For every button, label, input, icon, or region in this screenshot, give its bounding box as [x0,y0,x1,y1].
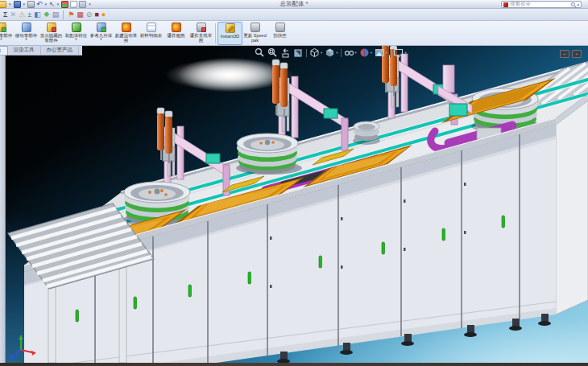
exploded-view-button[interactable]: 爆炸视图 [164,22,188,45]
show-hidden-components-icon [47,23,56,32]
search-placeholder: 搜索命令 [510,1,569,8]
motion-icon[interactable]: ● [101,10,106,19]
instant3d-button[interactable]: Instant3D [217,22,242,45]
take-snapshot-button[interactable]: 拍快照 [267,22,292,45]
commandmanager-tabs: 装配体 渲染工具 办公室产品 [0,46,82,56]
solidworks-logo-icon [503,2,508,7]
circle-slash-icon[interactable]: ⊘ [86,10,93,19]
pneumatic-cylinder[interactable] [165,117,172,154]
machine-3d-model[interactable] [8,46,588,363]
pane-toggle-2-button[interactable]: ▪ [572,50,582,58]
tolerance-icon[interactable]: ± [27,10,31,19]
hide-show-items-icon[interactable]: ▾ [344,47,357,58]
quick-access-toolbar: ▾ ▾ ↶▾ ↖▾ ▾ [0,1,92,8]
update-speedpak-icon [251,23,260,32]
mini-hopper[interactable] [353,121,380,145]
tab-assembly[interactable]: 装配体 [0,46,8,55]
search-dropdown-caret[interactable]: ▾ [577,2,579,7]
routing-icon[interactable]: ❖ [43,10,50,19]
compare-icon[interactable]: ◧ [34,10,41,19]
simulation-icon[interactable]: ■ [94,10,98,19]
move-component-button[interactable]: 移动零部件 ▾ [14,22,39,45]
take-snapshot-icon [275,23,285,32]
explode-line-sketch-icon [197,23,206,32]
explode-line-sketch-button[interactable]: 爆炸直线草图 [188,22,213,45]
headsup-view-toolbar: ▾ ▾ ▾ ▾ ▾ ▾ [255,47,407,58]
pneumatic-cylinder[interactable] [272,65,280,104]
previous-view-icon[interactable] [280,47,291,58]
zoom-to-fit-icon[interactable] [255,47,265,58]
viewport-canvas[interactable] [0,46,588,363]
insert-component-button[interactable]: 插入零部件 ▾ [0,22,14,45]
open-document-icon[interactable] [0,1,6,8]
undo-icon[interactable]: ↶ [36,1,43,8]
tab-render-tools[interactable]: 渲染工具 [8,46,41,55]
edrawings-icon[interactable]: ⚑ [68,10,74,19]
select-cursor-icon[interactable]: ↖ [49,1,55,8]
assembly-features-icon [72,23,81,32]
edit-appearance-icon[interactable]: ▾ [359,47,372,58]
apply-scene-icon[interactable]: ▾ [375,47,387,58]
pneumatic-cylinder[interactable] [280,68,288,107]
pneumatic-cylinder[interactable] [157,113,164,150]
graphics-viewport[interactable]: 装配体 渲染工具 办公室产品 ▾ ▾ ▾ ▾ [0,46,588,363]
magnifier-icon[interactable] [571,2,575,6]
display-monitor-icon[interactable]: ▤ [52,10,60,19]
interference-check-icon[interactable]: ✕ [10,10,17,19]
view-settings-icon[interactable]: ▾ [393,47,406,58]
print-icon[interactable] [27,1,35,8]
bill-of-materials-icon [147,23,156,32]
options-icon[interactable] [79,1,86,8]
section-view-icon[interactable] [293,47,304,58]
exploded-view-icon [172,23,181,32]
status-bar [0,363,588,366]
reference-geometry-icon [97,23,106,32]
photoview-icon[interactable]: ▦ [77,10,84,19]
solidworks-window: ▾ ▾ ↶▾ ↖▾ ▾ 总装配体 * 搜索命令 ▾ Σ ✕ ⚠ ± ◧ ❖ ▤ … [0,0,588,366]
insert-component-icon [0,23,6,32]
view-orientation-icon[interactable]: ▾ [309,47,322,58]
addin-toolbar: Σ ✕ ⚠ ± ◧ ❖ ▤ ⚑ ▦ ⊘ ■ ● [0,9,588,21]
move-component-icon [22,23,31,32]
new-motion-study-button[interactable]: 新建运动算例 [114,22,139,45]
bowl-feeder-2[interactable] [236,134,302,175]
search-box[interactable]: 搜索命令 ▾ [501,1,582,8]
save-icon[interactable] [14,1,21,8]
reference-geometry-button[interactable]: 参考几何体 ▾ [89,22,114,45]
bill-of-materials-button[interactable]: 材料明细表 [139,22,164,45]
command-manager: 插入零部件 ▾ 移动零部件 ▾ 显示隐藏的零部件 装配体特征 ▾ 参考几何体 ▾… [0,21,588,46]
display-style-icon[interactable]: ▾ [325,47,337,58]
assembly-features-button[interactable]: 装配体特征 ▾ [64,22,89,45]
viewport-corner-buttons: ▪ ▪ [560,50,582,58]
equations-icon[interactable]: Σ [3,10,8,19]
title-bar: ▾ ▾ ↶▾ ↖▾ ▾ 总装配体 * 搜索命令 ▾ [0,0,588,9]
show-hidden-components-button[interactable]: 显示隐藏的零部件 [39,22,64,45]
update-speedpak-button[interactable]: 更新 Speedpak [242,22,267,45]
feature-panel-edge[interactable] [0,56,6,363]
pane-toggle-1-button[interactable]: ▪ [560,50,569,58]
file-properties-icon[interactable] [70,1,77,8]
new-motion-study-icon [122,23,131,32]
rebuild-icon[interactable] [61,1,68,8]
zoom-to-area-icon[interactable] [267,47,278,58]
warning-icon[interactable]: ⚠ [19,10,25,19]
instant3d-icon [226,23,235,33]
tab-office-products[interactable]: 办公室产品 [41,46,80,55]
